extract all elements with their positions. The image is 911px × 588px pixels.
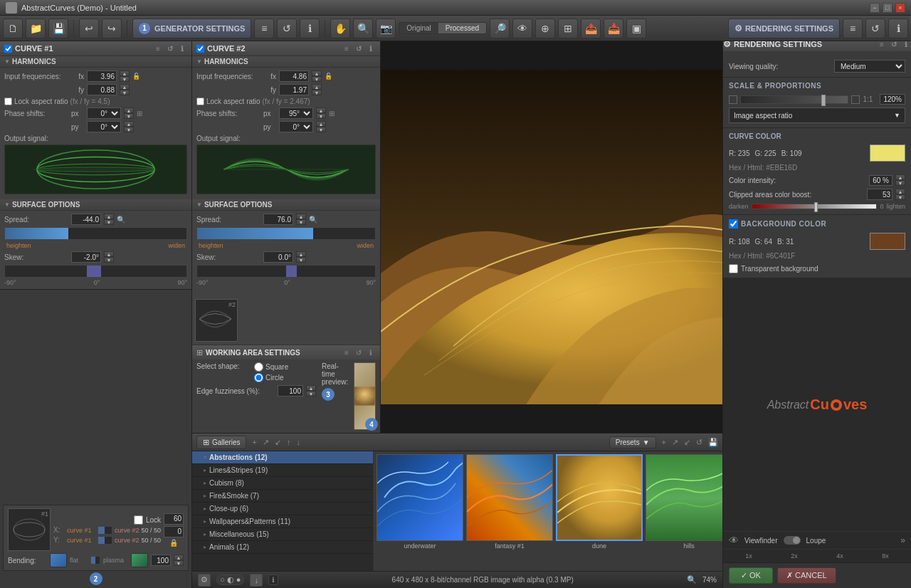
close-btn[interactable]: ×: [895, 3, 905, 13]
import-btn[interactable]: 📥: [604, 19, 623, 38]
preset-save-btn[interactable]: 💾: [708, 438, 718, 447]
curve1-px-select[interactable]: 0°45°90°: [87, 107, 121, 119]
download-status-btn[interactable]: ↓: [250, 574, 263, 587]
info-btn[interactable]: ℹ: [268, 574, 278, 585]
preset-export-btn[interactable]: ↗: [672, 438, 678, 447]
gallery-item-abstractions[interactable]: Abstractions (12): [192, 451, 373, 464]
lock-checkbox[interactable]: [134, 515, 143, 525]
curve2-reset[interactable]: ↺: [354, 43, 364, 53]
curve1-py-up[interactable]: ▲: [124, 121, 134, 127]
lock-icon[interactable]: 🔒: [164, 539, 184, 547]
balance-x-slider[interactable]: [98, 526, 112, 535]
hand-tool[interactable]: ✋: [330, 19, 350, 38]
status-toggle2[interactable]: ◐: [227, 575, 234, 584]
curve2-menu[interactable]: ≡: [342, 43, 352, 53]
save-btn[interactable]: 💾: [48, 19, 68, 38]
curve2-fy-dn[interactable]: ▼: [312, 90, 322, 95]
bg-color-enable[interactable]: [729, 219, 738, 229]
render-info2[interactable]: ℹ: [901, 41, 911, 49]
gallery-item-cubism[interactable]: Cubism (8): [192, 477, 373, 490]
curve1-spread-dn[interactable]: ▼: [104, 219, 114, 225]
curve2-py-up[interactable]: ▲: [316, 121, 326, 127]
intensity-dn[interactable]: ▼: [895, 180, 905, 186]
curve2-spread-zoom[interactable]: 🔍: [309, 216, 317, 224]
thumb-fantasy[interactable]: fantasy #1: [466, 454, 553, 568]
wa-edge-dn[interactable]: ▼: [306, 391, 316, 397]
status-toggle1[interactable]: ○: [220, 575, 225, 584]
render-menu2[interactable]: ≡: [877, 41, 887, 49]
curve1-skew-slider[interactable]: [4, 265, 187, 278]
galleries-btn[interactable]: ⊞ Galleries: [196, 436, 246, 449]
gallery-item-wallpapers[interactable]: Wallpapers&Patterns (11): [192, 515, 373, 528]
curve1-px-dn[interactable]: ▼: [124, 113, 134, 119]
wa-circle-radio[interactable]: [254, 373, 263, 382]
darken-thumb[interactable]: [814, 202, 818, 212]
wa-info[interactable]: ℹ: [366, 347, 376, 357]
compare-btn[interactable]: 🔎: [490, 19, 510, 38]
transparent-bg-check[interactable]: [729, 264, 738, 273]
curve1-enable[interactable]: [4, 45, 12, 53]
compare2-btn[interactable]: 👁: [512, 19, 532, 38]
curve1-fx-input[interactable]: [87, 70, 117, 82]
curve1-py-select[interactable]: 0°45°90°: [87, 121, 121, 132]
aspect-ratio-dropdown[interactable]: Image aspect ratio ▼: [729, 107, 905, 123]
zoom-1x[interactable]: 1x: [745, 552, 752, 560]
curve2-py-dn[interactable]: ▼: [316, 127, 326, 132]
expand-icon[interactable]: »: [900, 535, 905, 545]
gallery-export-btn[interactable]: ↗: [263, 438, 269, 447]
curve1-fx-up[interactable]: ▲: [120, 70, 130, 76]
curve2-enable[interactable]: [196, 45, 204, 53]
zoom-2x[interactable]: 2x: [791, 552, 798, 560]
new-btn[interactable]: 🗋: [3, 19, 23, 38]
loupe-label[interactable]: Loupe: [806, 537, 826, 545]
view-original-btn[interactable]: Original: [399, 23, 438, 33]
curve2-spread-slider[interactable]: heighten widen: [196, 227, 376, 240]
curve2-skew-dn[interactable]: ▼: [296, 257, 306, 263]
render-info-btn[interactable]: ℹ: [888, 19, 908, 38]
curve1-lock-check[interactable]: [4, 98, 12, 105]
viewfinder-toggle[interactable]: [784, 536, 801, 545]
quality-select[interactable]: Medium Low High: [834, 60, 905, 73]
thumb-underwater[interactable]: underwater: [376, 454, 463, 568]
curve1-spread-up[interactable]: ▲: [104, 214, 114, 219]
curve2-info[interactable]: ℹ: [366, 43, 376, 53]
bending-dn[interactable]: ▼: [174, 560, 184, 566]
minimize-btn[interactable]: −: [870, 3, 880, 13]
gen-menu-btn[interactable]: ≡: [254, 19, 274, 38]
curve2-harmonics-header[interactable]: HARMONICS: [192, 56, 380, 68]
balance-x-lock-val[interactable]: [164, 513, 184, 525]
curve2-skew-up[interactable]: ▲: [296, 251, 306, 257]
preset-restore-btn[interactable]: ↺: [696, 438, 702, 447]
curve2-px-select[interactable]: 95°0°90°: [279, 107, 313, 119]
render-menu-btn[interactable]: ≡: [843, 19, 863, 38]
wa-reset[interactable]: ↺: [354, 347, 364, 357]
gallery-item-misc[interactable]: Miscellaneous (15): [192, 528, 373, 541]
curve1-spread-input[interactable]: [71, 214, 101, 225]
balance-y-lock-val[interactable]: [164, 526, 184, 537]
scale-slider[interactable]: [740, 95, 848, 104]
open-btn[interactable]: 📁: [26, 19, 46, 38]
render-reset2[interactable]: ↺: [889, 41, 899, 49]
curve2-fy-up[interactable]: ▲: [312, 84, 322, 90]
presets-btn[interactable]: Presets ▼: [609, 436, 656, 448]
curve2-skew-input[interactable]: [263, 251, 293, 263]
curve-color-swatch[interactable]: [870, 145, 905, 162]
curve1-reset[interactable]: ↺: [165, 43, 175, 53]
preset-add-btn[interactable]: +: [662, 438, 666, 446]
undo-btn[interactable]: ↩: [79, 19, 99, 38]
bending-value[interactable]: [151, 555, 171, 566]
boost-up[interactable]: ▲: [895, 189, 905, 194]
maximize-btn[interactable]: □: [883, 3, 892, 13]
search-status-icon[interactable]: 🔍: [687, 575, 697, 584]
curve2-surface-header[interactable]: SURFACE OPTIONS: [192, 199, 380, 211]
eye-icon[interactable]: 👁: [729, 535, 739, 546]
gallery-item-closeup[interactable]: Close-up (6): [192, 503, 373, 515]
boost-input[interactable]: [867, 189, 892, 200]
curve1-py-dn[interactable]: ▼: [124, 127, 134, 132]
curve1-skew-dn[interactable]: ▼: [104, 257, 114, 263]
thumb-dune[interactable]: dune: [556, 454, 643, 568]
curve1-px-up[interactable]: ▲: [124, 107, 134, 113]
gallery-add-btn[interactable]: +: [252, 438, 256, 446]
zoom-4x[interactable]: 4x: [836, 552, 843, 560]
curve1-fx-dn[interactable]: ▼: [120, 76, 130, 82]
